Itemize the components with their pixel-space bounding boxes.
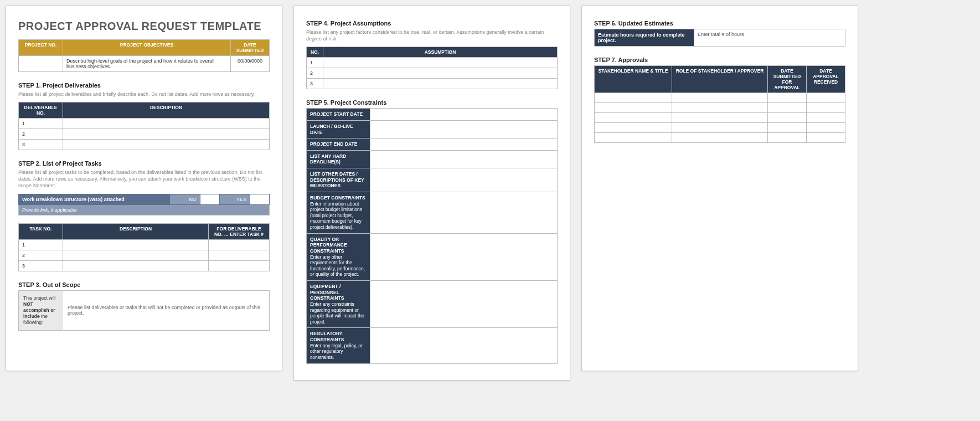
constraint-value[interactable] <box>370 281 558 328</box>
constraint-value[interactable] <box>370 233 558 280</box>
table-row: 1 <box>307 58 558 68</box>
deliv-no[interactable]: 2 <box>19 129 63 140</box>
table-row: 3 <box>19 140 270 150</box>
approval-cell[interactable] <box>768 103 807 113</box>
task-col-desc: DESCRIPTION <box>63 223 209 239</box>
tasks-table: TASK NO. DESCRIPTION FOR DELIVERABLE NO.… <box>18 223 270 271</box>
table-row <box>595 123 845 133</box>
constraint-label: LAUNCH / GO-LIVE DATE <box>307 120 370 138</box>
page-2: STEP 4. Project Assumptions Please list … <box>293 6 570 381</box>
approval-cell[interactable] <box>672 123 767 133</box>
assump-no[interactable]: 1 <box>307 58 323 68</box>
step7-title: STEP 7. Approvals <box>594 57 845 63</box>
constraint-row: PROJECT END DATE <box>307 138 558 151</box>
estimate-hours-field[interactable]: Enter total # of hours <box>694 29 845 47</box>
wbs-attached-label: Work Breakdown Structure (WBS) attached <box>19 194 170 204</box>
task-no[interactable]: 2 <box>19 250 63 260</box>
constraint-row: PROJECT START DATE <box>307 109 558 121</box>
approval-cell[interactable] <box>595 93 672 103</box>
approval-cell[interactable] <box>768 93 807 103</box>
constraint-value[interactable] <box>370 138 558 151</box>
constraint-label: PROJECT END DATE <box>307 138 370 151</box>
appr-col-received: DATE APPROVAL RECEIVED <box>807 66 845 93</box>
approval-cell[interactable] <box>672 113 767 123</box>
step2-title: STEP 2. List of Project Tasks <box>18 160 270 167</box>
table-row <box>595 113 845 123</box>
deliv-col-desc: DESCRIPTION <box>63 102 270 119</box>
table-row: 2 <box>19 129 270 140</box>
step1-title: STEP 1. Project Deliverables <box>18 82 270 89</box>
table-row: 1 <box>19 239 270 250</box>
wbs-no-checkbox[interactable] <box>200 194 220 204</box>
step2-desc: Please list all project tasks to be comp… <box>18 169 270 189</box>
approval-cell[interactable] <box>807 123 845 133</box>
objectives-cell[interactable]: Describe high-level goals of the project… <box>63 56 231 72</box>
header-col-date: DATE SUBMITTED <box>231 40 270 56</box>
constraint-value[interactable] <box>370 168 558 192</box>
deliv-desc[interactable] <box>63 129 270 140</box>
table-row: 2 <box>19 250 270 260</box>
project-no-cell[interactable] <box>19 56 63 72</box>
task-no[interactable]: 1 <box>19 239 63 250</box>
constraint-label: BUDGET CONSTRAINTSEnter information abou… <box>307 192 370 233</box>
approval-cell[interactable] <box>672 93 767 103</box>
approval-cell[interactable] <box>807 93 845 103</box>
approval-cell[interactable] <box>807 103 845 113</box>
constraint-value[interactable] <box>370 109 558 121</box>
approvals-table: STAKEHOLDER NAME & TITLE ROLE OF STAKEHO… <box>594 65 845 143</box>
assump-no[interactable]: 3 <box>307 79 323 89</box>
constraint-label: LIST ANY HARD DEADLINE(S) <box>307 150 370 168</box>
table-row: 2 <box>307 68 558 79</box>
wbs-yes-checkbox[interactable] <box>250 194 270 204</box>
approval-cell[interactable] <box>672 133 767 143</box>
constraint-row: EQUIPMENT / PERSONNEL CONSTRAINTSEnter a… <box>307 281 558 328</box>
approval-cell[interactable] <box>595 103 672 113</box>
wbs-link-field[interactable]: Provide link, if applicable <box>19 204 270 215</box>
appr-col-submitted: DATE SUBMITTED FOR APPROVAL <box>768 66 807 93</box>
constraint-label: PROJECT START DATE <box>307 109 370 121</box>
table-row <box>595 133 845 143</box>
approval-cell[interactable] <box>595 123 672 133</box>
task-no[interactable]: 3 <box>19 260 63 271</box>
approval-cell[interactable] <box>768 123 807 133</box>
header-col-objectives: PROJECT OBJECTIVES <box>63 40 231 56</box>
constraint-value[interactable] <box>370 328 558 363</box>
approval-cell[interactable] <box>807 113 845 123</box>
constraint-value[interactable] <box>370 120 558 138</box>
constraint-row: LIST OTHER DATES / DESCRIPTIONS OF KEY M… <box>307 168 558 192</box>
constraint-row: LAUNCH / GO-LIVE DATE <box>307 120 558 138</box>
table-row <box>595 93 845 103</box>
header-col-project-no: PROJECT NO. <box>19 40 63 56</box>
step6-title: STEP 6. Updated Estimates <box>594 20 845 27</box>
approval-cell[interactable] <box>768 113 807 123</box>
assumptions-table: NO. ASSUMPTION 1 2 3 <box>306 47 558 89</box>
wbs-no-label: NO <box>170 194 200 204</box>
approval-cell[interactable] <box>768 133 807 143</box>
step4-desc: Please list any project factors consider… <box>306 29 558 42</box>
assump-no[interactable]: 2 <box>307 68 323 79</box>
approval-cell[interactable] <box>595 113 672 123</box>
page-3: STEP 6. Updated Estimates Estimate hours… <box>581 6 858 371</box>
approval-cell[interactable] <box>807 133 845 143</box>
estimate-label: Estimate hours required to complete proj… <box>595 29 694 47</box>
deliv-no[interactable]: 1 <box>19 119 63 129</box>
constraints-table: PROJECT START DATELAUNCH / GO-LIVE DATEP… <box>306 108 558 363</box>
constraint-row: QUALITY OR PERFORMANCE CONSTRAINTSEnter … <box>307 233 558 280</box>
deliv-desc[interactable] <box>63 119 270 129</box>
scope-right-field[interactable]: Please list deliverables or tasks that w… <box>63 291 269 330</box>
task-col-no: TASK NO. <box>19 223 63 239</box>
constraint-label: EQUIPMENT / PERSONNEL CONSTRAINTSEnter a… <box>307 281 370 328</box>
document-title: PROJECT APPROVAL REQUEST TEMPLATE <box>18 20 270 33</box>
date-submitted-cell[interactable]: 00/00/0000 <box>231 56 270 72</box>
header-table: PROJECT NO. PROJECT OBJECTIVES DATE SUBM… <box>18 39 270 72</box>
constraint-label: QUALITY OR PERFORMANCE CONSTRAINTSEnter … <box>307 233 370 280</box>
approval-cell[interactable] <box>595 133 672 143</box>
table-row: 3 <box>307 79 558 89</box>
constraint-value[interactable] <box>370 192 558 233</box>
approval-cell[interactable] <box>672 103 767 113</box>
assump-col-no: NO. <box>307 47 323 58</box>
constraint-value[interactable] <box>370 150 558 168</box>
table-row <box>595 103 845 113</box>
deliv-no[interactable]: 3 <box>19 140 63 150</box>
deliv-desc[interactable] <box>63 140 270 150</box>
